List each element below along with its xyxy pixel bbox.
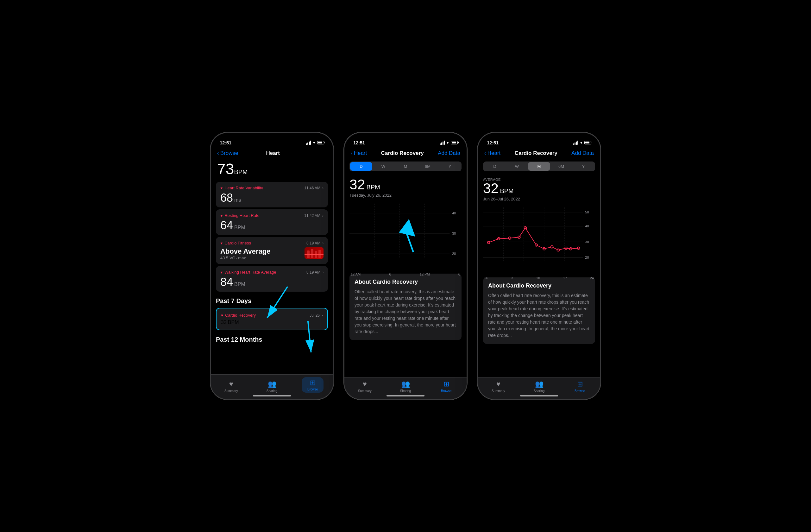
phone-1: 12:51 ▾ ‹ Browse Heart: [210, 132, 334, 400]
time-opt-y-2[interactable]: Y: [439, 162, 461, 171]
status-icons-1: ▾: [306, 140, 324, 145]
heart-icon-whr: ♥: [220, 270, 223, 275]
status-bar-2: 12:51 ▾: [345, 133, 466, 149]
time-opt-d-3[interactable]: D: [484, 162, 506, 171]
battery-icon-2: [451, 141, 458, 145]
page-title-1: Heart: [266, 150, 279, 156]
whr-title: Walking Heart Rate Average: [225, 270, 276, 275]
rhr-time: 11:42 AM: [304, 213, 320, 218]
home-indicator-2: [386, 395, 425, 396]
wifi-icon: ▾: [313, 140, 315, 145]
time-opt-m-2[interactable]: M: [394, 162, 417, 171]
x3-label-2: 10: [536, 276, 540, 280]
chart-x-labels-3: 26 3 10 17 24: [483, 275, 595, 280]
chart-value-2: 32: [350, 177, 365, 192]
hrv-value: 68: [220, 192, 233, 203]
hrv-card[interactable]: ♥ Heart Rate Variability 11:46 AM › 68 m…: [216, 182, 328, 208]
chart-unit-2: BPM: [366, 184, 380, 191]
tab-sharing-1[interactable]: 👥 Sharing: [252, 380, 292, 393]
back-button-3[interactable]: ‹ Heart: [484, 150, 501, 156]
about-section-3: About Cardio Recovery Often called heart…: [483, 277, 595, 344]
time-opt-y-3[interactable]: Y: [572, 162, 595, 171]
sharing-label-1: Sharing: [266, 389, 277, 393]
whr-time: 8:19 AM: [306, 270, 320, 275]
nav-bar-3: ‹ Heart Cardio Recovery Add Data: [478, 149, 600, 159]
walking-hr-card[interactable]: ♥ Walking Heart Rate Average 8:19 AM › 8…: [216, 266, 328, 292]
avg-label-3: AVERAGE: [483, 178, 595, 181]
about-title-2: About Cardio Recovery: [354, 279, 457, 285]
whr-value: 84: [220, 276, 233, 288]
svg-text:20: 20: [452, 252, 456, 256]
hrv-title: Heart Rate Variability: [225, 185, 263, 190]
svg-text:50: 50: [585, 210, 589, 214]
summary-icon-3: ♥: [496, 380, 501, 388]
chart-section-2: 32 BPM Tuesday, July 26, 2022 40 30 20: [345, 174, 466, 270]
fitness-card[interactable]: ♥ Cardio Fitness 8:19 AM › Above Average…: [216, 237, 328, 264]
svg-point-18: [407, 230, 409, 232]
time-opt-w-3[interactable]: W: [506, 162, 528, 171]
add-data-btn-2[interactable]: Add Data: [438, 150, 460, 156]
summary-label-3: Summary: [492, 389, 505, 393]
chart-svg-3: 50 40 30 20: [483, 204, 595, 274]
battery-icon: [317, 141, 324, 145]
browse-label-3: Browse: [575, 389, 585, 393]
time-opt-m-3[interactable]: M: [528, 162, 550, 171]
heart-icon-hrv: ♥: [220, 186, 223, 190]
top-big-num: 73: [217, 161, 234, 177]
chart-x-labels-2: 12 AM 6 12 PM 6: [350, 271, 461, 276]
chevron-left-icon: ‹: [217, 150, 219, 156]
top-value-1: 73BPM: [211, 159, 333, 181]
summary-label-2: Summary: [358, 389, 372, 393]
x3-label-0: 26: [484, 276, 488, 280]
svg-text:30: 30: [452, 231, 456, 235]
home-indicator-1: [253, 395, 291, 396]
signal-icon: [306, 141, 311, 145]
page-title-2: Cardio Recovery: [381, 150, 424, 156]
fitness-unit: 43.5 VO₂ max: [220, 256, 271, 260]
phone-2: 12:51 ▾ ‹ Heart Cardio Recovery: [344, 132, 467, 400]
tab-browse-3[interactable]: ⊞ Browse: [559, 380, 600, 393]
tab-summary-3[interactable]: ♥ Summary: [478, 380, 519, 393]
tab-browse-2[interactable]: ⊞ Browse: [426, 380, 466, 393]
tab-summary-1[interactable]: ♥ Summary: [211, 380, 252, 393]
fitness-chevron: ›: [322, 241, 323, 245]
chevron-left-icon-2: ‹: [351, 150, 353, 156]
tab-summary-2[interactable]: ♥ Summary: [345, 380, 385, 393]
x3-label-1: 3: [511, 276, 513, 280]
heart-icon-fitness: ♥: [220, 241, 223, 245]
rhr-chevron: ›: [322, 213, 323, 218]
back-button-2[interactable]: ‹ Heart: [351, 150, 367, 156]
browse-label-2: Browse: [441, 389, 452, 393]
heart-icon-cr: ♥: [221, 313, 223, 318]
home-indicator-3: [520, 395, 558, 396]
status-icons-3: ▾: [573, 140, 592, 145]
x-label-0: 12 AM: [351, 272, 361, 276]
about-text-3: Often called heart rate recovery, this i…: [488, 292, 590, 339]
browse-icon-3: ⊞: [577, 380, 583, 388]
time-opt-d-2[interactable]: D: [350, 162, 372, 171]
cr-unit: BPM: [228, 320, 239, 325]
back-label-2: Heart: [354, 150, 367, 156]
chart-section-3: AVERAGE 32 BPM Jun 26–Jul 26, 2022 50 40…: [478, 174, 600, 274]
summary-label-1: Summary: [225, 389, 238, 393]
cardio-recovery-card[interactable]: ♥ Cardio Recovery Jul 26 › 32 BPM: [216, 308, 328, 330]
chart-unit-3: BPM: [500, 187, 514, 195]
rhr-card[interactable]: ♥ Resting Heart Rate 11:42 AM › 64 BPM: [216, 209, 328, 235]
about-title-3: About Cardio Recovery: [488, 283, 590, 289]
chart-container-3: 50 40 30 20: [483, 204, 595, 274]
time-opt-6m-2[interactable]: 6M: [417, 162, 439, 171]
battery-icon-3: [584, 141, 591, 145]
tab-sharing-2[interactable]: 👥 Sharing: [385, 380, 426, 393]
add-data-btn-3[interactable]: Add Data: [571, 150, 594, 156]
tab-browse-1[interactable]: ⊞ Browse: [292, 377, 333, 393]
back-label-3: Heart: [488, 150, 501, 156]
sharing-icon-2: 👥: [401, 380, 410, 388]
signal-icon-2: [440, 141, 445, 145]
back-button-1[interactable]: ‹ Browse: [217, 150, 238, 156]
tab-sharing-3[interactable]: 👥 Sharing: [519, 380, 560, 393]
time-opt-w-2[interactable]: W: [372, 162, 394, 171]
cr-chevron: ›: [322, 313, 323, 318]
fitness-title: Cardio Fitness: [225, 241, 251, 245]
whr-unit: BPM: [234, 282, 245, 287]
time-opt-6m-3[interactable]: 6M: [550, 162, 572, 171]
